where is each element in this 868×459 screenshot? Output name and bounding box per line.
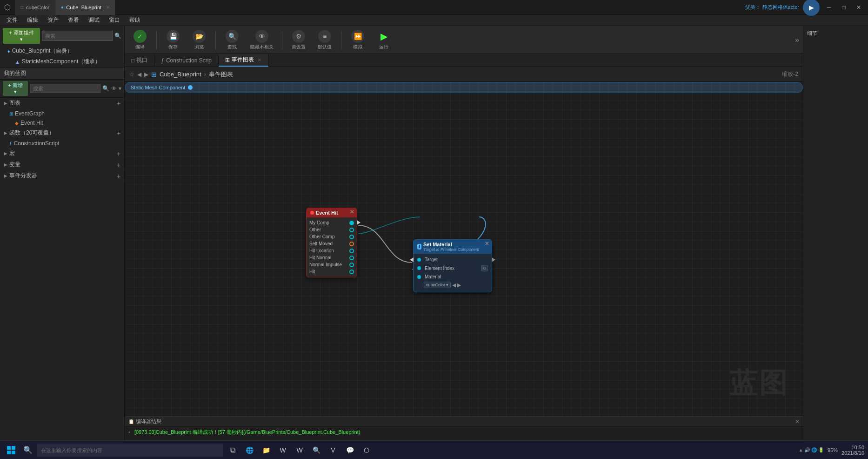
tab-close-icon[interactable]: ✕ xyxy=(106,5,110,10)
save-button[interactable]: 💾 保存 xyxy=(161,28,185,52)
forward-nav-icon[interactable]: ▶ xyxy=(144,71,148,78)
tab-viewport[interactable]: □ 视口 xyxy=(125,54,154,66)
simulate-button[interactable]: ⏩ 模拟 xyxy=(346,28,369,52)
event-graph-item[interactable]: ⊞ EventGraph xyxy=(0,109,124,118)
blueprint-canvas[interactable]: Event Hit ✕ My Comp Other Other Comp xyxy=(125,82,803,416)
tree-item-static-mesh[interactable]: ▲ StaticMeshComponent（继承） xyxy=(0,56,124,67)
tab-cubecolor[interactable]: □ cubeColor xyxy=(15,0,55,15)
set-mat-close-icon[interactable]: ✕ xyxy=(485,241,489,247)
menu-bar: 文件 编辑 资产 查看 调试 窗口 帮助 xyxy=(0,15,868,26)
blueprint-search-icon[interactable]: 🔍 xyxy=(102,85,109,92)
hide-button[interactable]: 👁 隐藏不相关 xyxy=(247,28,277,52)
graph-add-icon[interactable]: + xyxy=(117,100,120,107)
menu-debug[interactable]: 调试 xyxy=(84,15,104,25)
tree-item-cube-blueprint[interactable]: ♦ Cube_Blueprint（自身） xyxy=(0,46,124,56)
normalimpulse-pin-dot xyxy=(349,263,354,267)
menu-help[interactable]: 帮助 xyxy=(125,15,145,25)
tab-construction[interactable]: ƒ Construction Scrip xyxy=(154,55,219,66)
menu-edit[interactable]: 编辑 xyxy=(22,15,43,25)
category-variables[interactable]: ▶ 变量 + xyxy=(0,159,124,170)
toolbar-divider-3 xyxy=(282,31,282,49)
taskbar-icon-wps[interactable]: W xyxy=(292,443,307,458)
taskbar-icon-explorer[interactable]: 📁 xyxy=(259,443,274,458)
svg-rect-1 xyxy=(12,446,15,450)
components-section: + 添加组件 ▾ 🔍 ♦ Cube_Blueprint（自身） ▲ Static… xyxy=(0,26,124,68)
macro-expand-icon: ▶ xyxy=(4,151,7,156)
eventgraph-tab-close[interactable]: ✕ xyxy=(258,58,261,62)
static-mesh-component-node[interactable]: Static Mesh Component xyxy=(125,82,803,93)
taskbar-icon-edge[interactable]: 🌐 xyxy=(242,443,257,458)
func-add-icon[interactable]: + xyxy=(117,129,120,137)
event-hit-item[interactable]: ◆ Event Hit xyxy=(0,118,124,128)
star-icon[interactable]: ☆ xyxy=(129,71,134,78)
eye-icon[interactable]: 👁 xyxy=(111,85,117,92)
blueprint-search-input[interactable] xyxy=(30,84,100,93)
tab-eventgraph[interactable]: ⊞ 事件图表 ✕ xyxy=(219,54,268,67)
pin-other: Other xyxy=(307,226,357,233)
menu-file[interactable]: 文件 xyxy=(2,15,22,25)
material-pin-dot xyxy=(417,275,421,279)
title-bar-right: 父类： 静态网格体actor ▶ ─ □ ✕ xyxy=(745,0,868,16)
tab-blueprint[interactable]: ♦ Cube_Blueprint ✕ xyxy=(55,0,116,15)
material-selector[interactable]: cubeColor ▾ xyxy=(424,282,451,288)
compile-button[interactable]: ✓ 编译 xyxy=(128,28,152,52)
menu-asset[interactable]: 资产 xyxy=(43,15,63,25)
category-functions[interactable]: ▶ 函数（20可覆盖） + xyxy=(0,128,124,139)
set-material-node[interactable]: f Set Material Target is Primitive Compo… xyxy=(413,239,492,292)
menu-window[interactable]: 窗口 xyxy=(104,15,125,25)
search-taskbar-button[interactable]: 🔍 xyxy=(20,443,35,458)
restore-button[interactable]: □ xyxy=(838,2,849,13)
bullet-icon: • xyxy=(128,429,130,435)
menu-view[interactable]: 查看 xyxy=(63,15,84,25)
run-button[interactable]: ▶ 运行 xyxy=(372,28,395,52)
toolbar-expand-icon[interactable]: » xyxy=(795,36,799,44)
default-values-button[interactable]: ≡ 默认值 xyxy=(313,28,336,52)
back-nav-icon[interactable]: ◀ xyxy=(137,71,141,78)
event-hit-node[interactable]: Event Hit ✕ My Comp Other Other Comp xyxy=(306,208,357,277)
browse-button[interactable]: 📂 浏览 xyxy=(187,28,211,52)
compiler-close-icon[interactable]: ✕ xyxy=(795,419,799,424)
start-button[interactable] xyxy=(4,443,19,458)
pin-normal-impulse: Normal Impulse xyxy=(307,261,357,268)
profile-avatar[interactable]: ▶ xyxy=(803,0,820,16)
construction-script-item[interactable]: ƒ ConstructionScript xyxy=(0,139,124,148)
class-icon: ⚙ xyxy=(292,30,305,43)
my-blueprint-toolbar: + 新增 ▾ 🔍 👁 ▾ xyxy=(0,80,124,98)
taskbar-icon-ue[interactable]: ⬡ xyxy=(359,443,374,458)
set-material-body: Target Element Index 0 Material xyxy=(414,254,492,292)
windows-logo-icon xyxy=(7,446,16,455)
find-icon: 🔍 xyxy=(226,30,239,43)
macro-add-icon[interactable]: + xyxy=(117,150,120,157)
node-close-icon[interactable]: ✕ xyxy=(350,209,354,215)
dispatcher-add-icon[interactable]: + xyxy=(117,172,120,180)
material-arrow-left: ◀ xyxy=(452,282,456,288)
taskbar-search-input[interactable] xyxy=(37,444,223,457)
chevron-down-icon[interactable]: ▾ xyxy=(119,85,121,92)
taskbar-icon-word[interactable]: W xyxy=(275,443,290,458)
category-event-dispatcher[interactable]: ▶ 事件分发器 + xyxy=(0,170,124,182)
taskbar-icon-wechat[interactable]: 💬 xyxy=(342,443,357,458)
func-badge-icon: f xyxy=(417,244,421,250)
taskbar: 🔍 ⧉ 🌐 📁 W W 🔍 V 💬 ⬡ ▲ 🔊 🌐 🔋 95% 10:50 20… xyxy=(0,440,868,459)
pin-element-index: Element Index 0 xyxy=(414,263,492,273)
hitloc-pin-dot xyxy=(349,249,354,253)
target-pin-dot xyxy=(417,258,421,262)
taskbar-icon-search2[interactable]: 🔍 xyxy=(309,443,324,458)
category-macro[interactable]: ▶ 宏 + xyxy=(0,148,124,159)
category-graph[interactable]: ▶ 图表 + xyxy=(0,98,124,109)
blueprint-icon: ♦ xyxy=(7,48,10,54)
var-add-icon[interactable]: + xyxy=(117,161,120,169)
search-icon[interactable]: 🔍 xyxy=(114,33,121,39)
close-button[interactable]: ✕ xyxy=(853,2,864,13)
title-bar: ⬡ □ cubeColor ♦ Cube_Blueprint ✕ 父类： 静态网… xyxy=(0,0,868,15)
find-button[interactable]: 🔍 查找 xyxy=(220,28,244,52)
class-settings-button[interactable]: ⚙ 类设置 xyxy=(287,28,310,52)
task-view-icon[interactable]: ⧉ xyxy=(225,443,240,458)
minimize-button[interactable]: ─ xyxy=(823,2,835,13)
new-button[interactable]: + 新增 ▾ xyxy=(3,81,28,96)
taskbar-right: ▲ 🔊 🌐 🔋 95% 10:50 2021/8/10 xyxy=(799,445,864,456)
taskbar-icon-vs[interactable]: V xyxy=(326,443,341,458)
add-component-button[interactable]: + 添加组件 ▾ xyxy=(3,28,40,44)
component-search-input[interactable] xyxy=(42,31,113,41)
construction-icon: ƒ xyxy=(9,141,12,146)
